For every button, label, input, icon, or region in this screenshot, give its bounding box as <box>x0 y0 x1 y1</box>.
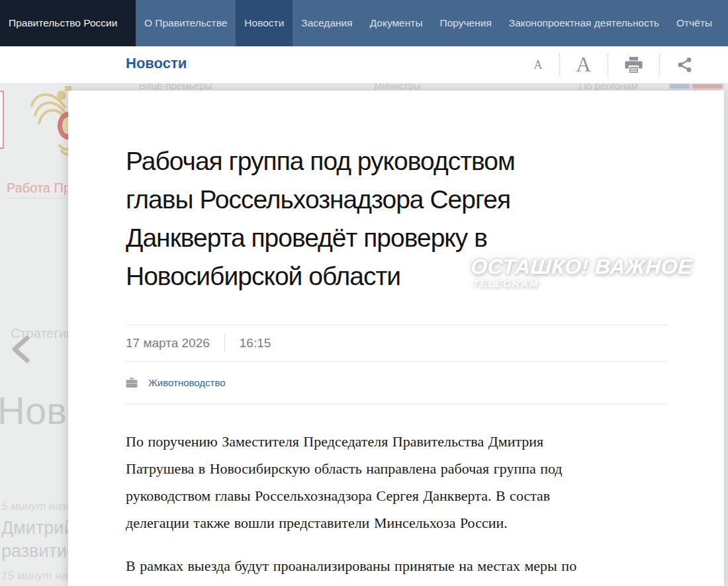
divider <box>224 335 225 352</box>
font-decrease-button[interactable]: A <box>534 58 543 72</box>
section-header: Новости A A <box>0 46 728 84</box>
divider <box>559 54 560 76</box>
font-increase-button[interactable]: A <box>576 53 591 77</box>
nav-item-documents[interactable]: Документы <box>361 0 432 46</box>
watermark-line1: ОСТАШКО! ВАЖНОЕ <box>471 255 694 279</box>
header-tools: A A <box>518 46 709 83</box>
divider <box>608 54 608 76</box>
article-paragraph: По поручению Заместителя Председателя Пр… <box>126 428 592 536</box>
nav-item-about[interactable]: О Правительстве <box>136 0 236 46</box>
nav-item-news[interactable]: Новости <box>236 0 293 46</box>
page-title: Новости <box>126 55 187 72</box>
article-time: 16:15 <box>240 336 271 351</box>
bg-link-government-work: Работа Пра <box>7 181 78 198</box>
nav-menu: О Правительстве Новости Заседания Докуме… <box>136 0 721 46</box>
printer-icon <box>625 57 643 73</box>
nav-item-instructions[interactable]: Поручения <box>432 0 500 46</box>
article-paragraph: В рамках выезда будут проанализированы п… <box>126 552 592 586</box>
article-meta: 17 марта 2026 16:15 <box>126 325 668 362</box>
article-modal: Рабочая группа под руководством главы Ро… <box>68 91 724 586</box>
site-brand[interactable]: Правительство России <box>0 0 136 46</box>
bg-news-time-ago: 5 минут назад <box>1 500 79 513</box>
watermark: ОСТАШКО! ВАЖНОЕ TELEGRAM <box>470 255 693 289</box>
article-date: 17 марта 2026 <box>126 336 210 351</box>
divider <box>659 54 660 76</box>
article-tag-row: Животноводство <box>126 362 668 404</box>
nav-item-lawmaking[interactable]: Законопроектная деятельность <box>500 0 668 46</box>
briefcase-icon <box>126 378 138 388</box>
nav-item-reports[interactable]: Отчёты <box>668 0 721 46</box>
flag-banner <box>0 91 4 149</box>
chevron-left-icon <box>9 335 32 364</box>
share-icon <box>676 57 693 73</box>
top-navigation: Правительство России О Правительстве Нов… <box>0 0 728 46</box>
nav-item-meetings[interactable]: Заседания <box>293 0 361 46</box>
tag-link-zhivotnovodstvo[interactable]: Животноводство <box>148 377 226 388</box>
print-button[interactable] <box>625 57 643 73</box>
share-button[interactable] <box>676 57 693 73</box>
watermark-line2: TELEGRAM <box>473 278 692 289</box>
